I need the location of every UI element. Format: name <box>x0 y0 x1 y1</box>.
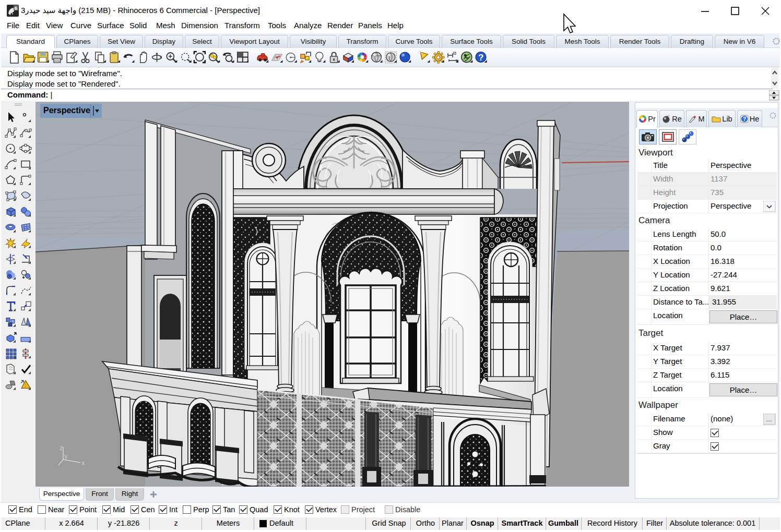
svg-text:x: x <box>81 459 85 467</box>
svg-text:?: ? <box>478 53 483 63</box>
svg-text:…: … <box>766 416 772 423</box>
svg-text:y: y <box>64 452 68 460</box>
svg-text:6: 6 <box>15 5 17 11</box>
svg-text:?: ? <box>743 116 746 122</box>
svg-text:z: z <box>60 444 63 452</box>
